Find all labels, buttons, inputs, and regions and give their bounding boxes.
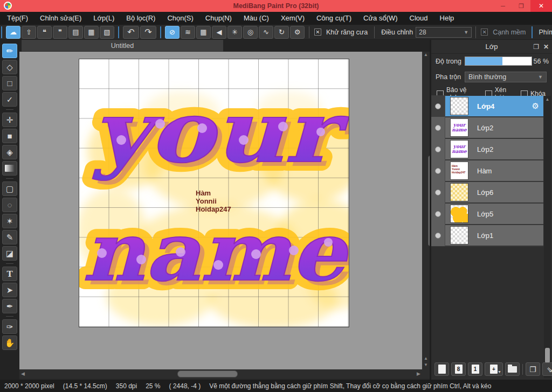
comment-button[interactable]: ❞ <box>53 26 67 39</box>
layer-visibility-cell[interactable] <box>431 95 445 117</box>
layer-scroll-thumb[interactable] <box>545 348 550 363</box>
new-8bit-layer-button[interactable]: 8 <box>451 362 466 376</box>
fill-rect-tool[interactable]: ■ <box>2 129 17 143</box>
document-button[interactable]: ▤ <box>68 26 83 39</box>
status-zoom: 25 % <box>146 382 160 390</box>
hand-tool[interactable]: ✋ <box>2 335 17 350</box>
layer-settings-gear-icon[interactable]: ⚙ <box>532 101 539 111</box>
hand-icon: ✋ <box>5 338 15 348</box>
snap-settings-button[interactable]: ⚙ <box>290 26 305 39</box>
upload-button[interactable]: ⇧ <box>22 26 36 39</box>
horizontal-scroll-thumb[interactable] <box>177 370 238 377</box>
menu-window[interactable]: Cửa sổ(W) <box>357 12 404 25</box>
chevron-down-icon: ▼ <box>538 74 543 80</box>
layers-panel: Lớp ❐ ✕ Độ trong 56 % Pha trộn Bình thườ… <box>431 40 552 380</box>
menu-snap[interactable]: Chụp(N) <box>199 12 238 25</box>
pen-tool[interactable]: ✒ <box>2 299 17 313</box>
menu-color[interactable]: Màu (C) <box>238 12 275 25</box>
scroll-left-icon[interactable]: ◀ <box>21 370 25 377</box>
move-tool[interactable]: ✛ <box>2 113 17 127</box>
scroll-up-icon[interactable]: ▲ <box>544 97 551 102</box>
operation-tool[interactable]: ➤ <box>2 283 17 297</box>
minimize-button[interactable]: ─ <box>494 0 512 12</box>
magic-wand-tool[interactable]: ✶ <box>2 214 17 228</box>
layer-row[interactable]: Lớp5 <box>431 204 543 225</box>
antialias-checkbox[interactable]: ✕ <box>314 29 321 36</box>
new-1bit-layer-button[interactable]: 1 <box>468 362 482 376</box>
text-tool[interactable]: T <box>2 267 17 281</box>
doc-list-button[interactable]: ▦ <box>84 26 99 39</box>
vertical-scrollbar[interactable]: ▲ ▲ ▼ <box>422 52 430 369</box>
cloud-sync-button[interactable]: ☁ <box>6 26 20 39</box>
snap-parallel-button[interactable]: ≋ <box>181 26 195 39</box>
lasso-select-tool[interactable]: ◌ <box>2 198 17 212</box>
snap-vanishing-button[interactable]: ◀ <box>212 26 226 39</box>
layer-row[interactable]: yourname Lớp2 <box>431 139 543 160</box>
layer-row[interactable]: Lớp6 <box>431 182 543 204</box>
new-layer-button[interactable] <box>434 362 449 376</box>
bucket-tool[interactable]: ◈ <box>2 145 17 159</box>
snap-off-button[interactable]: ⊘ <box>165 26 180 39</box>
snap-grid-button[interactable]: ▦ <box>196 26 211 39</box>
popout-icon[interactable]: ❐ <box>533 43 539 51</box>
undo-icon: ↶ <box>127 27 134 37</box>
layer-visibility-cell[interactable] <box>431 138 445 160</box>
layer-row[interactable]: yourname Lớp2 <box>431 117 543 139</box>
brush-tool[interactable]: ✏ <box>2 44 17 58</box>
menu-help[interactable]: Help <box>434 12 460 25</box>
adjust-dropdown[interactable]: 28 ▼ <box>416 27 472 38</box>
gradient-tool[interactable] <box>2 161 17 176</box>
menu-filter[interactable]: Bộ lọc(R) <box>120 12 161 25</box>
snap-concentric-button[interactable]: ◎ <box>243 26 258 39</box>
scroll-down-icon[interactable]: ▲ <box>424 355 428 362</box>
scroll-down-icon[interactable]: ▼ <box>424 362 428 368</box>
close-button[interactable]: ✕ <box>530 0 552 12</box>
close-icon[interactable]: ✕ <box>543 43 549 51</box>
layer-list-scrollbar[interactable]: ▲ ▼ <box>544 96 551 378</box>
menu-select[interactable]: Chọn(S) <box>161 12 199 25</box>
canvas-document[interactable]: your your your name name name Hàm <box>79 59 349 327</box>
blend-dropdown[interactable]: Bình thường ▼ <box>465 72 547 82</box>
menu-view[interactable]: Xem(V) <box>275 12 310 25</box>
maximize-button[interactable]: ❐ <box>512 0 530 12</box>
menu-layer[interactable]: Lớp(L) <box>87 12 120 25</box>
duplicate-layer-button[interactable]: ❐ <box>526 362 540 376</box>
polyline-tool[interactable]: ✓ <box>2 92 17 107</box>
menu-tools[interactable]: Công cụ(T) <box>310 12 357 25</box>
chat-button[interactable]: ❝ <box>37 26 52 39</box>
layer-visibility-cell[interactable] <box>431 117 445 138</box>
layer-visibility-cell[interactable] <box>431 160 445 181</box>
document-tab[interactable]: Untitled <box>22 40 223 52</box>
layer-visibility-cell[interactable] <box>431 225 445 246</box>
select-pen-tool[interactable]: ✎ <box>2 230 17 244</box>
merge-layer-button[interactable]: ⇘ <box>542 362 552 376</box>
menu-file[interactable]: Tệp(F) <box>1 12 34 25</box>
scroll-right-icon[interactable]: ▶ <box>417 370 420 377</box>
doc-edit-button[interactable]: ▧ <box>100 26 114 39</box>
layer-thumbnail <box>450 183 468 201</box>
upload-icon: ⇧ <box>26 28 32 36</box>
layer-row[interactable]: Lớp1 <box>431 225 543 247</box>
opacity-slider[interactable] <box>465 57 532 66</box>
undo-button[interactable]: ↶ <box>123 26 139 39</box>
menu-cloud[interactable]: Cloud <box>404 12 434 25</box>
snap-radial-button[interactable]: ✳ <box>227 26 242 39</box>
shape-brush-tool[interactable]: □ <box>2 76 17 90</box>
eraser-tool[interactable]: ◇ <box>2 60 17 74</box>
snap-curve-button[interactable]: ∿ <box>259 26 273 39</box>
eyedropper-tool[interactable]: ✑ <box>2 319 17 334</box>
menu-edit[interactable]: Chỉnh sửa(E) <box>34 12 87 25</box>
scroll-up-icon[interactable]: ▲ <box>424 52 428 58</box>
soft-edge-checkbox[interactable]: ✕ <box>481 29 488 36</box>
snap-rotate-button[interactable]: ↻ <box>274 26 289 39</box>
layer-row[interactable]: HàmYonniiHoidap247 Hàm <box>431 160 543 182</box>
redo-button[interactable]: ↷ <box>140 26 156 39</box>
horizontal-scrollbar[interactable]: ◀ ▶ <box>19 369 422 379</box>
marquee-select-tool[interactable]: ▢ <box>2 181 17 196</box>
add-layer-menu-button[interactable]: +▼ <box>485 362 503 376</box>
select-eraser-tool[interactable]: ◪ <box>2 246 17 261</box>
layer-visibility-cell[interactable] <box>431 203 445 225</box>
layer-visibility-cell[interactable] <box>431 181 445 203</box>
new-folder-button[interactable] <box>505 362 520 376</box>
layer-row[interactable]: Lớp4 ⚙ <box>431 96 543 117</box>
